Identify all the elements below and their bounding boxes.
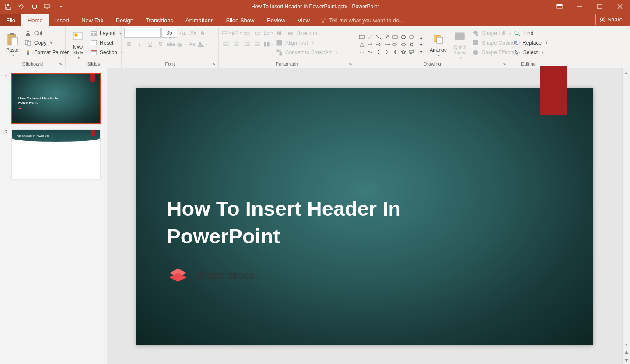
smartart-button[interactable]: Convert to SmartArt [274, 48, 339, 57]
qat-more-icon[interactable]: ▾ [57, 3, 65, 10]
arrange-button[interactable]: Arrange [427, 28, 449, 61]
italic-icon[interactable]: I [135, 39, 144, 49]
scroll-up-icon[interactable]: ▴ [623, 68, 630, 76]
decrease-indent-icon[interactable] [242, 28, 252, 38]
shape-rect2-icon[interactable] [391, 34, 399, 41]
drawing-launcher-icon[interactable]: ⬊ [503, 62, 508, 67]
scroll-down-icon[interactable]: ▾ [623, 340, 630, 348]
cut-button[interactable]: Cut [23, 29, 70, 38]
format-painter-button[interactable]: Format Painter [23, 48, 70, 57]
shape-rounded-icon[interactable] [408, 34, 416, 41]
shape-star5-icon[interactable] [399, 49, 407, 56]
new-slide-button[interactable]: New Slide [68, 28, 88, 61]
quick-styles-button[interactable]: Abc Quick Styles [450, 28, 469, 61]
tab-slideshow[interactable]: Slide Show [220, 14, 260, 26]
tab-insert[interactable]: Insert [49, 14, 76, 26]
ribbon-display-icon[interactable] [550, 0, 570, 13]
section-button[interactable]: Section [88, 48, 125, 57]
shape-doublearrow-icon[interactable] [383, 41, 391, 48]
increase-indent-icon[interactable] [253, 28, 262, 38]
gallery-up-icon[interactable]: ▴ [416, 35, 426, 41]
strikethrough-icon[interactable]: abc [166, 39, 176, 49]
shape-wave-icon[interactable] [366, 49, 374, 56]
gallery-more-icon[interactable]: ▾ [416, 49, 426, 55]
shape-line-icon[interactable] [366, 34, 374, 41]
find-button[interactable]: Find [512, 29, 545, 38]
line-spacing-icon[interactable] [263, 28, 273, 38]
close-icon[interactable] [610, 0, 630, 13]
shape-star4-icon[interactable] [391, 49, 399, 56]
slide-thumbnail-1[interactable]: How To Insert Header In PowerPoint simpl… [12, 74, 100, 123]
shape-callout-icon[interactable] [408, 49, 416, 56]
shape-triangle-icon[interactable] [358, 41, 366, 48]
reset-button[interactable]: Reset [88, 38, 125, 47]
shape-line2-icon[interactable] [374, 34, 382, 41]
justify-icon[interactable] [253, 39, 262, 49]
bold-icon[interactable]: B [124, 39, 134, 49]
slide-canvas-area[interactable]: How To Insert Header In PowerPoint simpl… [107, 68, 622, 364]
font-size-input[interactable] [161, 28, 177, 38]
align-text-button[interactable]: Align Text [274, 38, 339, 47]
numbering-icon[interactable]: 12 [232, 28, 242, 38]
shape-chevron-icon[interactable] [408, 41, 416, 48]
tab-home[interactable]: Home [21, 14, 49, 26]
shape-rightarrow-icon[interactable] [374, 41, 382, 48]
font-color-icon[interactable]: A [198, 39, 207, 49]
shapes-gallery[interactable] [358, 34, 416, 56]
tab-animations[interactable]: Animations [179, 14, 220, 26]
char-spacing-icon[interactable]: AV [177, 39, 186, 49]
paragraph-launcher-icon[interactable]: ⬊ [349, 62, 354, 67]
clipboard-launcher-icon[interactable]: ⬊ [59, 62, 64, 67]
columns-icon[interactable] [263, 39, 273, 49]
shape-pentagon-icon[interactable] [391, 41, 399, 48]
paste-button[interactable]: Paste [3, 28, 22, 61]
select-button[interactable]: Select [512, 48, 545, 57]
clear-formatting-icon[interactable]: A [199, 28, 209, 38]
font-name-input[interactable] [124, 28, 161, 38]
layout-button[interactable]: Layout [88, 29, 125, 38]
undo-icon[interactable] [18, 3, 25, 10]
decrease-font-icon[interactable]: A▾ [189, 28, 198, 38]
shape-arrow-icon[interactable] [383, 34, 391, 41]
tab-design[interactable]: Design [110, 14, 140, 26]
tab-review[interactable]: Review [260, 14, 291, 26]
align-left-icon[interactable] [221, 39, 231, 49]
underline-icon[interactable]: U [145, 39, 155, 49]
copy-button[interactable]: Copy [23, 38, 70, 47]
share-button[interactable]: Share [595, 14, 626, 25]
shadow-icon[interactable]: S [156, 39, 165, 49]
font-launcher-icon[interactable]: ⬊ [212, 62, 217, 67]
slide[interactable]: How To Insert Header In PowerPoint simpl… [136, 88, 593, 345]
maximize-icon[interactable] [590, 0, 610, 13]
tab-view[interactable]: View [291, 14, 316, 26]
shape-rbrace-icon[interactable] [383, 49, 391, 56]
minimize-icon[interactable] [570, 0, 590, 13]
replace-button[interactable]: abacReplace [512, 38, 545, 47]
start-from-beginning-icon[interactable] [44, 3, 52, 10]
gallery-down-icon[interactable]: ▾ [416, 42, 426, 48]
slide-thumbnail-2[interactable]: Add a header in PowerPoint [12, 130, 100, 178]
shape-curve-icon[interactable] [358, 49, 366, 56]
tab-newtab[interactable]: New Tab [75, 14, 109, 26]
shape-oval-icon[interactable] [399, 34, 407, 41]
slide-title-text[interactable]: How To Insert Header In PowerPoint [167, 195, 401, 250]
prev-slide-icon[interactable]: ⯅ [623, 348, 630, 356]
shape-rectangle-icon[interactable] [358, 34, 366, 41]
bullets-icon[interactable] [221, 28, 231, 38]
redo-icon[interactable] [31, 3, 38, 10]
vertical-scrollbar[interactable]: ▴ ▾ ⯅ ⯆ [622, 68, 630, 364]
tab-transitions[interactable]: Transitions [140, 14, 179, 26]
tab-file[interactable]: File [0, 14, 21, 26]
shape-hexagon-icon[interactable] [399, 41, 407, 48]
shape-lbrace-icon[interactable] [374, 49, 382, 56]
next-slide-icon[interactable]: ⯆ [623, 356, 630, 364]
text-direction-button[interactable]: AText Direction [274, 29, 339, 38]
align-center-icon[interactable] [232, 39, 242, 49]
shape-elbow-icon[interactable] [366, 41, 374, 48]
align-right-icon[interactable] [242, 39, 252, 49]
collapse-ribbon-icon[interactable]: ˆ [626, 28, 628, 33]
change-case-icon[interactable]: Aa [187, 39, 197, 49]
save-icon[interactable] [4, 3, 12, 10]
tell-me-search[interactable]: Tell me what you want to do... [316, 14, 408, 26]
increase-font-icon[interactable]: A▴ [178, 28, 188, 38]
